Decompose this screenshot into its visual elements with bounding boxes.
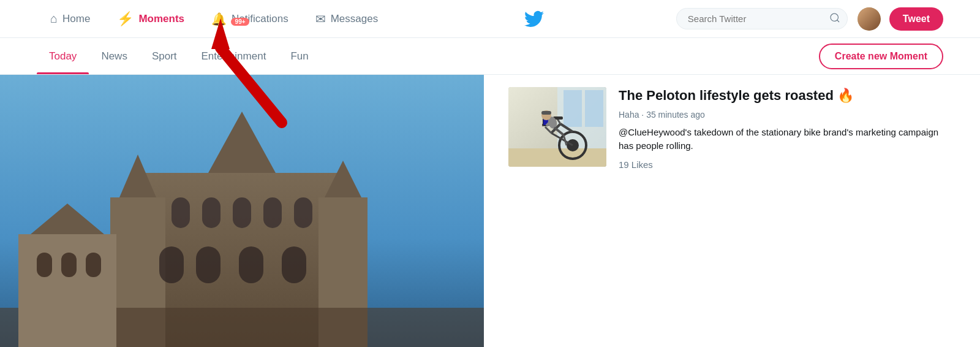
messages-icon: ✉ xyxy=(315,12,326,26)
sub-nav: Today News Sport Entertainment Fun Creat… xyxy=(0,38,980,75)
notification-bell-wrapper: 🔔 99+ xyxy=(211,12,227,26)
svg-rect-10 xyxy=(263,197,282,228)
nav-messages-label: Messages xyxy=(331,13,378,25)
svg-rect-19 xyxy=(37,253,52,277)
hero-image xyxy=(0,75,484,347)
right-panel: The Peloton lifestyle gets roasted 🔥 Hah… xyxy=(484,75,980,347)
moment-card-description: @ClueHeywood's takedown of the stationar… xyxy=(619,126,956,153)
svg-rect-9 xyxy=(233,197,251,228)
nav-moments[interactable]: ⚡ Moments xyxy=(104,0,198,37)
svg-rect-25 xyxy=(585,90,603,127)
svg-rect-20 xyxy=(61,253,77,277)
svg-rect-8 xyxy=(202,197,221,228)
svg-rect-24 xyxy=(564,90,582,127)
create-moment-button[interactable]: Create new Moment xyxy=(819,44,943,69)
tweet-button[interactable]: Tweet xyxy=(889,7,943,31)
main-content: The Peloton lifestyle gets roasted 🔥 Hah… xyxy=(0,75,980,347)
nav-home[interactable]: ⌂ Home xyxy=(37,0,104,37)
moment-card[interactable]: The Peloton lifestyle gets roasted 🔥 Hah… xyxy=(508,87,956,170)
moment-card-text: The Peloton lifestyle gets roasted 🔥 Hah… xyxy=(619,87,956,170)
tab-news[interactable]: News xyxy=(89,38,140,74)
svg-rect-13 xyxy=(196,246,221,283)
avatar-image xyxy=(858,7,881,31)
moment-card-image xyxy=(508,87,606,167)
svg-rect-40 xyxy=(541,111,551,115)
tab-entertainment[interactable]: Entertainment xyxy=(189,38,279,74)
svg-rect-21 xyxy=(86,253,101,277)
top-nav: ⌂ Home ⚡ Moments 🔔 99+ Notifications ✉ M… xyxy=(0,0,980,38)
nav-messages[interactable]: ✉ Messages xyxy=(302,0,391,37)
nav-notifications[interactable]: 🔔 99+ Notifications xyxy=(198,0,302,37)
search-container xyxy=(676,8,848,29)
avatar[interactable] xyxy=(858,7,881,31)
svg-rect-17 xyxy=(18,234,116,347)
hero-image-container xyxy=(0,75,484,347)
twitter-logo xyxy=(391,9,676,29)
moment-card-likes: 19 Likes xyxy=(619,159,956,170)
bell-icon: 🔔 xyxy=(211,12,227,26)
moment-card-meta: Haha · 35 minutes ago xyxy=(619,110,956,120)
svg-rect-11 xyxy=(294,197,312,228)
svg-rect-12 xyxy=(159,246,184,283)
tab-sport[interactable]: Sport xyxy=(140,38,189,74)
lightning-icon: ⚡ xyxy=(117,11,134,27)
notification-badge: 99+ xyxy=(231,18,249,26)
moment-card-title[interactable]: The Peloton lifestyle gets roasted 🔥 xyxy=(619,87,956,105)
svg-rect-26 xyxy=(508,148,606,167)
svg-rect-15 xyxy=(282,246,306,283)
svg-rect-14 xyxy=(239,246,263,283)
svg-rect-7 xyxy=(172,197,190,228)
search-button[interactable] xyxy=(829,12,840,26)
tab-today[interactable]: Today xyxy=(37,38,89,74)
search-input[interactable] xyxy=(676,8,848,29)
nav-home-label: Home xyxy=(62,13,90,25)
home-icon: ⌂ xyxy=(50,12,58,26)
nav-moments-label: Moments xyxy=(138,13,184,25)
tab-fun[interactable]: Fun xyxy=(278,38,320,74)
